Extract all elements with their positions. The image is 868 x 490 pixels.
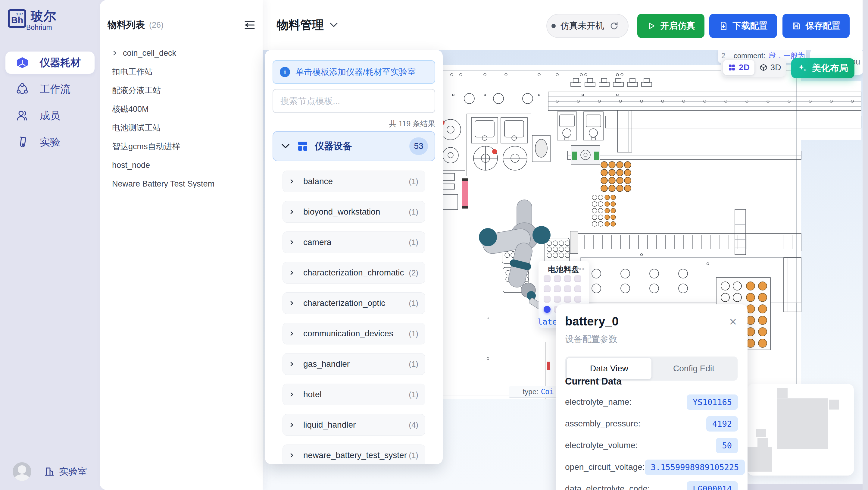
cube-3d-icon	[760, 64, 767, 71]
tray-menu-dots-icon[interactable]: •••	[576, 265, 585, 273]
grid-2d-icon	[728, 64, 736, 71]
sidebar-item-experiments[interactable]: 实验	[5, 131, 95, 153]
template-list-item[interactable]: gas_handler (1)	[282, 353, 425, 375]
minimap-block	[777, 388, 787, 398]
material-list-title: 物料列表	[107, 19, 145, 31]
tray-cell[interactable]	[575, 296, 581, 302]
sidebar-item-members[interactable]: 成员	[5, 105, 95, 127]
template-item-count: (1)	[407, 299, 418, 308]
tray-cell[interactable]	[544, 275, 551, 282]
brand-name-zh: 玻尔	[31, 9, 56, 23]
chevron-right-icon	[289, 362, 294, 367]
material-list-item[interactable]: coin_cell_deck	[100, 47, 262, 59]
tray-cell[interactable]	[564, 285, 571, 292]
toggle-2d[interactable]: 2D	[723, 60, 754, 75]
template-list-item[interactable]: bioyond_workstation (1)	[282, 201, 425, 223]
page-title-dropdown[interactable]: 物料管理	[277, 0, 338, 50]
data-row-label: assembly_pressure:	[565, 419, 641, 429]
material-list-item[interactable]: 电池测试工站	[100, 122, 262, 134]
template-list-item[interactable]: characterization_optic (1)	[282, 292, 425, 314]
tray-cell-selected[interactable]	[544, 306, 551, 313]
template-list-item[interactable]: camera (1)	[282, 231, 425, 253]
logo-code: Bh	[11, 15, 23, 25]
page-title: 物料管理	[277, 17, 324, 33]
category-grid-icon	[297, 141, 308, 151]
tab-config-edit[interactable]: Config Edit	[651, 358, 736, 379]
tray-cell[interactable]	[575, 285, 581, 292]
device-data-row: electrolyte_name: YS101165	[565, 391, 738, 413]
tray-cell[interactable]	[554, 275, 561, 282]
chevron-right-icon	[289, 240, 294, 245]
close-icon[interactable]: ×	[729, 316, 737, 328]
start-simulation-button[interactable]: 开启仿真	[637, 14, 705, 38]
material-list-item[interactable]: 配液分液工站	[100, 84, 262, 96]
toggle-3d[interactable]: 3D	[754, 63, 786, 72]
sidebar-item-label: 成员	[40, 109, 60, 123]
template-item-count: (4)	[407, 421, 418, 430]
minimap-block	[757, 438, 768, 447]
section-label: 仪器设备	[315, 140, 352, 152]
template-list-item[interactable]: communication_devices (1)	[282, 323, 425, 344]
tray-cell[interactable]	[554, 285, 561, 292]
template-item-name: gas_handler	[303, 359, 350, 369]
avatar[interactable]	[13, 462, 31, 481]
material-list-header: 物料列表 (26)	[107, 19, 255, 31]
material-list-item[interactable]: Neware Battery Test System	[100, 178, 262, 190]
tray-cell[interactable]	[554, 296, 561, 302]
tray-cell[interactable]	[544, 296, 551, 302]
template-list-item[interactable]: neware_battery_test_system (1)	[282, 444, 425, 464]
template-item-name: neware_battery_test_system	[303, 451, 407, 460]
beautify-layout-button[interactable]: 美化布局	[791, 58, 855, 78]
data-row-value: 4192	[706, 416, 738, 432]
template-item-count: (2)	[407, 268, 418, 278]
laboratory-link[interactable]: 实验室	[44, 465, 87, 478]
toggle-3d-label: 3D	[770, 63, 781, 72]
template-list-item[interactable]: characterization_chromatic (2)	[282, 262, 425, 284]
tray-cell[interactable]	[575, 275, 581, 282]
node-template-panel: i 单击模板添加仪器/耗材至实验室 共 119 条结果 仪器设备 53 bala…	[265, 50, 443, 464]
device-data-row: assembly_pressure: 4192	[565, 413, 738, 435]
tray-cell[interactable]	[544, 285, 551, 292]
tray-cell[interactable]	[564, 296, 571, 302]
download-config-button[interactable]: 下载配置	[709, 14, 777, 38]
result-count: 共 119 条结果	[273, 119, 435, 129]
save-config-button[interactable]: 保存配置	[782, 14, 849, 38]
members-icon	[16, 109, 29, 122]
data-row-value: 3.1559998989105225	[645, 460, 745, 475]
collapse-panel-icon[interactable]	[245, 21, 255, 30]
minimap[interactable]	[747, 384, 854, 475]
hint-banner-text: 单击模板添加仪器/耗材至实验室	[296, 66, 416, 78]
template-item-count: (1)	[407, 390, 418, 399]
horizontal-scrollbar[interactable]	[747, 484, 863, 490]
device-data-rows: electrolyte_name: YS101165 assembly_pres…	[565, 391, 738, 490]
sidebar-item-workflow[interactable]: 工作流	[5, 78, 95, 100]
simulation-status-pill[interactable]: 仿真未开机	[546, 14, 628, 38]
start-simulation-label: 开启仿真	[660, 20, 695, 32]
workflow-icon	[16, 83, 29, 96]
minimap-block	[756, 429, 766, 437]
refresh-icon[interactable]	[610, 21, 619, 30]
template-item-name: liquid_handler	[303, 420, 356, 430]
material-list-item[interactable]: 核磁400M	[100, 103, 262, 115]
material-item-label: Neware Battery Test System	[112, 179, 214, 189]
sidebar-item-instruments[interactable]: 仪器耗材	[5, 52, 95, 74]
material-list-item[interactable]: 智达gcms自动进样	[100, 140, 262, 152]
app-root: 2 _comment: 段，一般为空，stat esou 2D 3D	[0, 0, 868, 490]
template-item-name: communication_devices	[303, 329, 393, 339]
material-list-item[interactable]: 扣电工作站	[100, 66, 262, 78]
chevron-right-icon[interactable]	[112, 50, 118, 56]
template-list: balance (1) bioyond_workstation (1) came	[282, 171, 425, 464]
page-edge-scroll-area[interactable]	[863, 0, 868, 490]
device-title: battery_0	[565, 315, 619, 328]
section-instruments[interactable]: 仪器设备 53	[273, 131, 435, 161]
search-input[interactable]	[273, 89, 435, 113]
data-row-label: data_electrolyte_code:	[565, 484, 650, 490]
tray-cell[interactable]	[564, 275, 571, 282]
minimap-block	[747, 447, 772, 471]
template-list-item[interactable]: hotel (1)	[282, 384, 425, 405]
data-row-value: YS101165	[687, 395, 738, 410]
template-list-item[interactable]: liquid_handler (4)	[282, 414, 425, 436]
template-list-item[interactable]: balance (1)	[282, 171, 425, 192]
material-list-item[interactable]: host_node	[100, 159, 262, 171]
chevron-right-icon	[289, 453, 294, 458]
